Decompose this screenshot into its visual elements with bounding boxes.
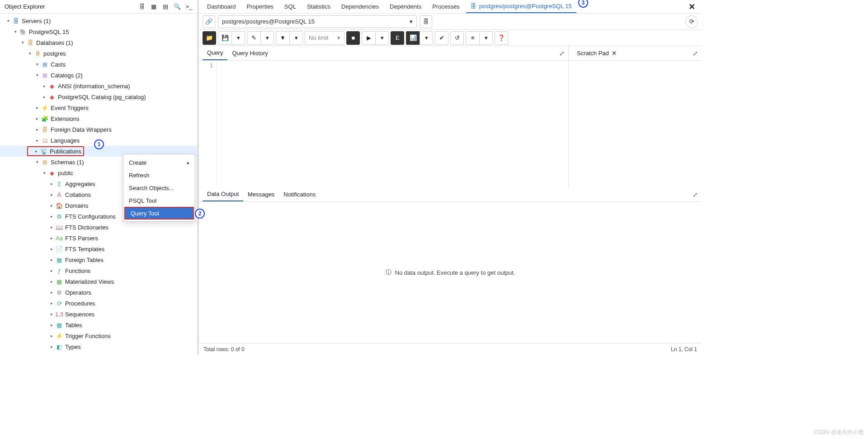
toggle-icon[interactable]: ▸	[48, 234, 55, 242]
toggle-icon[interactable]: ▾	[12, 28, 19, 35]
toggle-icon[interactable]: ▾	[33, 61, 41, 68]
code-editor[interactable]: 1	[199, 61, 568, 187]
tab-query-history[interactable]: Query History	[227, 47, 272, 60]
toggle-icon[interactable]: ▸	[41, 82, 48, 90]
run-button[interactable]: ▶	[362, 31, 375, 45]
toggle-icon[interactable]: ▸	[33, 126, 41, 133]
toggle-icon[interactable]: ▸	[48, 180, 55, 187]
explain-button[interactable]: E	[391, 31, 404, 45]
tab-sql[interactable]: SQL	[280, 0, 301, 13]
toggle-icon[interactable]: ▸	[48, 321, 55, 329]
tree-functions[interactable]: ▸ƒFunctions	[0, 265, 197, 276]
toggle-icon[interactable]: ▸	[48, 289, 55, 296]
toggle-icon[interactable]: ▸	[48, 202, 55, 209]
tree-fdw[interactable]: ▸🗄Foreign Data Wrappers	[0, 124, 197, 135]
explain-analyze-button[interactable]: 📊	[406, 31, 420, 45]
run-dropdown[interactable]: ▾	[375, 31, 389, 45]
rollback-button[interactable]: ↺	[450, 31, 464, 45]
toggle-icon[interactable]: ▸	[48, 245, 55, 253]
help-button[interactable]: ❓	[495, 31, 508, 45]
tab-query[interactable]: Query	[203, 47, 227, 60]
toggle-icon[interactable]: ▸	[48, 300, 55, 307]
tab-messages[interactable]: Messages	[243, 188, 279, 201]
toggle-icon[interactable]: ▸	[33, 137, 41, 144]
tree-operators[interactable]: ▸⚙Operators	[0, 287, 197, 298]
reset-layout-button[interactable]: ⟳	[685, 15, 698, 28]
tree-trigger-funcs[interactable]: ▸⚡Trigger Functions	[0, 330, 197, 341]
toggle-icon[interactable]: ▸	[48, 332, 55, 339]
expand-icon[interactable]: ⤢	[559, 50, 565, 57]
filter-button[interactable]: ▼	[276, 31, 289, 45]
tab-notifications[interactable]: Notifications	[279, 188, 320, 201]
toggle-icon[interactable]: ▸	[48, 224, 55, 231]
tree-tables[interactable]: ▸▦Tables	[0, 320, 197, 330]
macros-dropdown[interactable]: ▾	[479, 31, 493, 45]
tab-processes[interactable]: Processes	[428, 0, 464, 13]
tree-pgcatalog[interactable]: ▸◆PostgreSQL Catalog (pg_catalog)	[0, 91, 197, 102]
ctx-query-tool[interactable]: Query Tool	[124, 207, 194, 220]
tree-procedures[interactable]: ▸⟳Procedures	[0, 298, 197, 309]
toggle-icon[interactable]: ▾	[5, 17, 12, 24]
new-connection-button[interactable]: 🗄	[420, 15, 432, 28]
expand-icon[interactable]: ⤢	[693, 50, 698, 57]
tree-fts-parsers[interactable]: ▸AaFTS Parsers	[0, 233, 197, 243]
tree-catalogs[interactable]: ▾⊞Catalogs (2)	[0, 70, 197, 81]
limit-select[interactable]: No limit▾	[305, 31, 344, 45]
open-file-button[interactable]: 📁	[203, 31, 216, 45]
toggle-icon[interactable]: ▸	[48, 256, 55, 263]
toggle-icon[interactable]: ▾	[26, 50, 33, 57]
close-tab-icon[interactable]: ✕	[686, 2, 698, 12]
tab-dependencies[interactable]: Dependencies	[337, 0, 383, 13]
toggle-icon[interactable]: ▸	[48, 343, 55, 350]
tree-foreign-tables[interactable]: ▸▦Foreign Tables	[0, 254, 197, 265]
tab-properties[interactable]: Properties	[242, 0, 278, 13]
tree-postgres[interactable]: ▾🛢postgres	[0, 48, 197, 59]
tree-types[interactable]: ▸◧Types	[0, 341, 197, 352]
commit-button[interactable]: ✔	[435, 31, 448, 45]
tree-event-triggers[interactable]: ▸⚡Event Triggers	[0, 102, 197, 113]
search-icon[interactable]: 🔍	[172, 1, 183, 12]
tree-ansi[interactable]: ▸◆ANSI (information_schema)	[0, 81, 197, 91]
toggle-icon[interactable]: ▾	[19, 39, 26, 46]
tab-data-output[interactable]: Data Output	[203, 188, 243, 201]
macros-button[interactable]: ≡	[466, 31, 479, 45]
toggle-icon[interactable]: ▾	[41, 169, 48, 177]
tree-fts-dict[interactable]: ▸📖FTS Dictionaries	[0, 222, 197, 233]
edit-dropdown[interactable]: ▾	[260, 31, 274, 45]
save-dropdown[interactable]: ▾	[231, 31, 245, 45]
connection-status-icon[interactable]: 🔗	[203, 15, 215, 28]
terminal-icon[interactable]: >_	[184, 1, 194, 12]
save-button[interactable]: 💾	[218, 31, 231, 45]
toggle-icon[interactable]: ▸	[33, 104, 41, 111]
toggle-icon[interactable]: ▾	[33, 158, 41, 166]
tab-dashboard[interactable]: Dashboard	[203, 0, 241, 13]
scratch-body[interactable]	[569, 61, 702, 187]
tree-mat-views[interactable]: ▸▦Materialized Views	[0, 276, 197, 287]
close-icon[interactable]: ✕	[612, 50, 617, 57]
toggle-icon[interactable]: ▸	[48, 213, 55, 220]
ctx-create[interactable]: Create▸	[123, 156, 195, 169]
tree-extensions[interactable]: ▸🧩Extensions	[0, 113, 197, 124]
connection-dropdown[interactable]: postgres/postgres@PostgreSQL 15 ▾	[218, 15, 417, 28]
tree-servers[interactable]: ▾🗄Servers (1)	[0, 15, 197, 26]
view-data-icon[interactable]: ▦	[148, 1, 159, 12]
toggle-icon[interactable]: ▸	[41, 93, 48, 100]
stop-button[interactable]: ■	[346, 31, 360, 45]
toggle-icon[interactable]: ▸	[33, 148, 40, 155]
expand-icon[interactable]: ⤢	[693, 191, 698, 198]
tree-pg15[interactable]: ▾🐘PostgreSQL 15	[0, 26, 197, 37]
tab-statistics[interactable]: Statistics	[302, 0, 335, 13]
toggle-icon[interactable]: ▸	[48, 191, 55, 198]
ctx-refresh[interactable]: Refresh	[123, 169, 195, 181]
tree-databases[interactable]: ▾🗄Databases (1)	[0, 37, 197, 48]
filter-rows-icon[interactable]: ▤	[160, 1, 171, 12]
query-tool-icon[interactable]: 🗄	[137, 1, 147, 12]
tab-query-tool[interactable]: 🗄 postgres/postgres@PostgreSQL 15 3	[466, 0, 576, 13]
toggle-icon[interactable]: ▸	[33, 115, 41, 122]
code-area[interactable]	[217, 61, 568, 187]
edit-button[interactable]: ✎	[247, 31, 260, 45]
tree-fts-templates[interactable]: ▸📄FTS Templates	[0, 243, 197, 254]
toggle-icon[interactable]: ▾	[33, 72, 41, 79]
tree-casts[interactable]: ▾⊞Casts	[0, 59, 197, 70]
ctx-search-objects[interactable]: Search Objects...	[123, 181, 195, 194]
